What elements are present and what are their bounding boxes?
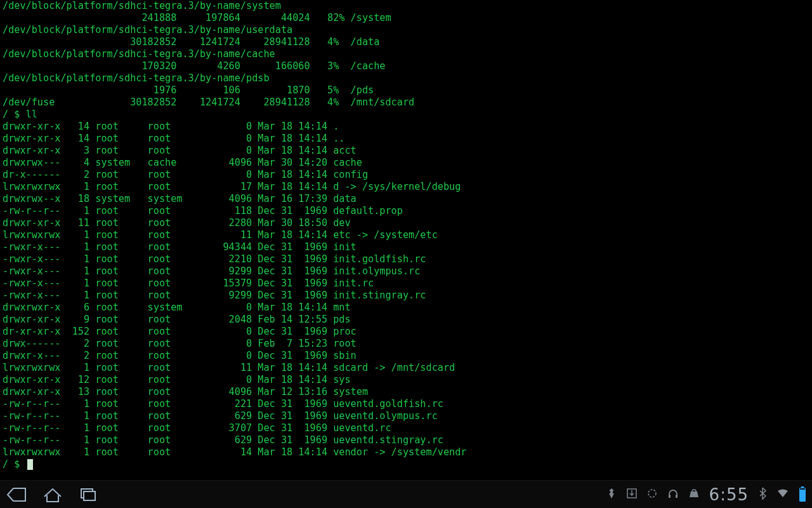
svg-rect-1 — [84, 491, 95, 500]
svg-point-3 — [648, 490, 656, 497]
store-icon — [689, 488, 699, 501]
clock[interactable]: 6:55 — [709, 485, 749, 504]
system-navbar: 6:55 — [0, 480, 812, 508]
bluetooth-icon — [759, 487, 766, 502]
svg-rect-4 — [669, 495, 671, 498]
home-button[interactable] — [42, 486, 63, 503]
back-button[interactable] — [6, 486, 28, 503]
battery-icon — [799, 488, 806, 502]
download-icon — [627, 488, 637, 501]
usb-debug-icon — [606, 488, 617, 502]
wifi-icon — [776, 488, 789, 501]
headphones-icon — [667, 488, 679, 501]
recents-button[interactable] — [77, 486, 99, 503]
svg-rect-5 — [676, 495, 678, 498]
cursor — [27, 459, 33, 470]
sync-icon — [647, 488, 657, 501]
terminal-output[interactable]: /dev/block/platform/sdhci-tegra.3/by-nam… — [0, 0, 812, 471]
